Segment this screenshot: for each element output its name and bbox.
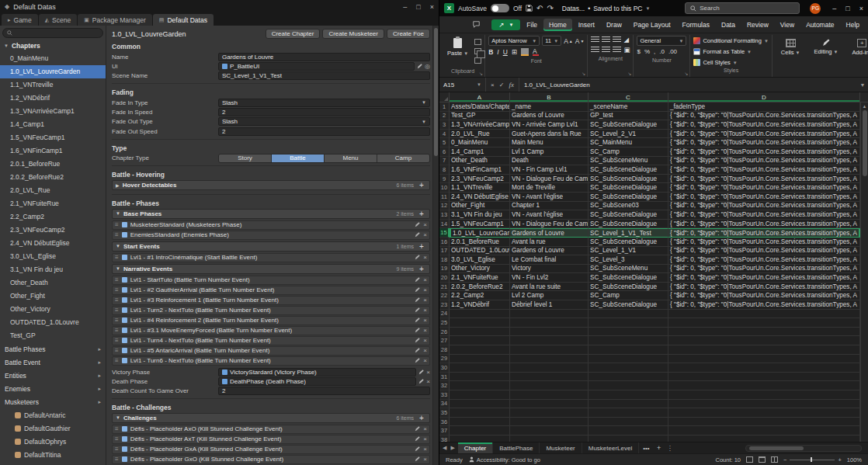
cell[interactable] xyxy=(450,408,510,418)
death-phase-object-field[interactable]: DeathPhase (Death Phase) xyxy=(218,377,416,386)
cell[interactable]: Gardens of Louvre xyxy=(510,112,589,121)
avatar[interactable]: PG xyxy=(810,3,821,14)
cell[interactable]: { "$id": 0, "$type": "0|TousPourUn.Core.… xyxy=(668,112,860,121)
list-item[interactable]: ≡ Lvl1 - #1 IntroCinématique (Start Batt… xyxy=(112,253,430,262)
sidebar-item[interactable]: OUTDATED_1.0Louvre xyxy=(0,316,106,329)
cell[interactable]: SC_SubSceneDialogue xyxy=(589,238,668,247)
cell[interactable]: { "$id": 0, "$type": "0|TousPourUn.Core.… xyxy=(668,265,860,274)
drag-handle-icon[interactable]: ≡ xyxy=(115,327,119,334)
edit-icon[interactable] xyxy=(415,328,420,333)
style-button[interactable]: Format as Table ▼ xyxy=(693,47,768,57)
cell[interactable]: { "$id": 0, "$type": "0|TousPourUn.Core.… xyxy=(668,283,860,292)
group-foldout[interactable]: ▼ Start Events 1 items + xyxy=(112,241,430,252)
cell[interactable]: { "$id": 0, "$type": "0|TousPourUn.Core.… xyxy=(668,300,860,310)
sidebar-item[interactable]: 3.0_LVL_Eglise xyxy=(0,250,106,263)
ribbon-tab[interactable]: Formulas xyxy=(677,19,715,31)
cell[interactable]: SC_SubSceneDialogue xyxy=(589,120,668,130)
cell[interactable]: _sceneName xyxy=(589,102,668,112)
cell[interactable]: 2.4_VN DébutEglise xyxy=(450,193,510,202)
column-header[interactable]: C xyxy=(589,92,668,102)
row-header[interactable]: 19 xyxy=(439,265,450,274)
sidebar-item[interactable]: 2.0.1_BeforeRue xyxy=(0,158,106,171)
remove-icon[interactable]: × xyxy=(423,357,427,364)
sidebar-item[interactable]: 2.2_Camp2 xyxy=(0,210,106,224)
row-header[interactable]: 21 xyxy=(439,283,450,292)
cell[interactable] xyxy=(450,318,510,328)
cell[interactable]: Lvl 1 Camp xyxy=(510,147,589,157)
scene-name-input[interactable]: SC_Level_1_V1_Test xyxy=(218,71,430,80)
add-item-button[interactable]: + xyxy=(417,265,426,273)
cell[interactable]: Mort de Treville xyxy=(510,183,589,193)
name-box[interactable]: A15 ▼ xyxy=(439,78,486,92)
list-item[interactable]: ≡ Défis - Placeholder AxO (Kill Stunned … xyxy=(112,425,430,434)
sheet-tab[interactable]: Musketeer xyxy=(540,442,582,454)
remove-icon[interactable]: × xyxy=(423,254,427,261)
sidebar-section[interactable]: Enemies ▸ xyxy=(0,382,106,395)
save-icon[interactable] xyxy=(526,5,533,12)
edit-icon[interactable] xyxy=(418,370,424,375)
sidebar-section[interactable]: Battle Event ▸ xyxy=(0,356,106,369)
comments-button[interactable] xyxy=(468,19,487,29)
cell[interactable]: { "$id": 0, "$type": "0|TousPourUn.Core.… xyxy=(668,175,860,184)
remove-icon[interactable]: × xyxy=(423,231,427,238)
paste-button[interactable]: Paste▼ xyxy=(444,36,471,57)
sidebar-search[interactable] xyxy=(2,28,103,38)
row-header[interactable]: 32 xyxy=(439,381,450,390)
cell[interactable] xyxy=(510,373,589,382)
edit-icon[interactable] xyxy=(415,232,420,238)
cell[interactable]: SC_SubSceneDialogue xyxy=(589,183,668,193)
ribbon-tab[interactable]: View xyxy=(775,19,800,31)
cell[interactable]: { "$id": 0, "$type": "0|TousPourUn.Core.… xyxy=(668,228,860,238)
row-header[interactable]: 29 xyxy=(439,355,450,364)
cell[interactable]: 3.1_VN Fin du jeu xyxy=(450,210,510,220)
fade-out-speed-input[interactable]: 2 xyxy=(218,127,430,136)
row-header[interactable]: 1 xyxy=(439,102,450,112)
row-header[interactable]: 2 xyxy=(439,112,450,121)
cell[interactable] xyxy=(510,418,589,427)
column-header[interactable]: B xyxy=(510,92,589,102)
edit-icon[interactable] xyxy=(415,446,420,452)
row-header[interactable]: 6 xyxy=(439,147,450,157)
cell[interactable]: 2.1_VNFuiteRue xyxy=(450,273,510,283)
share-button[interactable]: ↗ ▼ xyxy=(491,19,520,30)
zoom-track[interactable] xyxy=(790,460,835,460)
row-header[interactable]: 26 xyxy=(439,328,450,337)
remove-icon[interactable]: × xyxy=(423,276,427,283)
cell[interactable] xyxy=(589,336,668,345)
row-header[interactable]: 5 xyxy=(439,138,450,147)
cell[interactable]: Gardens of Louvre xyxy=(510,247,589,256)
add-item-button[interactable]: + xyxy=(417,242,426,251)
sidebar-item[interactable]: 1.6_VNFinCamp1 xyxy=(0,144,106,158)
cell[interactable] xyxy=(510,400,589,409)
minimize-button[interactable]: – xyxy=(832,5,836,12)
cell[interactable]: 2.0.2_BeforeRue2 xyxy=(450,283,510,292)
fade-in-speed-input[interactable]: 2 xyxy=(218,108,430,116)
list-item[interactable]: ≡ Défis - Placeholder GxA (Kill Stunned … xyxy=(112,445,430,454)
cell[interactable]: VN - Fin Lvl2 xyxy=(510,273,589,283)
drag-handle-icon[interactable]: ≡ xyxy=(115,425,119,432)
remove-icon[interactable]: × xyxy=(423,337,427,344)
cell[interactable]: SC_SubSceneDialogue xyxy=(589,283,668,292)
cell[interactable]: { "$id": 0, "$type": "0|TousPourUn.Core.… xyxy=(668,147,860,157)
row-header[interactable]: 16 xyxy=(439,238,450,247)
cell[interactable]: VN - Avant l'église xyxy=(510,193,589,202)
sidebar-item[interactable]: 0_MainMenu xyxy=(0,52,106,65)
segment-option[interactable]: Battle xyxy=(272,154,325,162)
cell[interactable] xyxy=(668,373,860,382)
add-item-button[interactable]: + xyxy=(417,210,426,218)
cell[interactable]: SC_SubSceneDialogue xyxy=(589,193,668,202)
cell[interactable]: SC_SubScene03 xyxy=(589,202,668,211)
comma-icon[interactable]: , xyxy=(654,48,655,55)
drag-handle-icon[interactable]: ≡ xyxy=(115,347,119,354)
editing-button[interactable]: Editing ▼ xyxy=(809,36,844,55)
cell[interactable]: SC_Camp xyxy=(589,291,668,300)
list-item[interactable]: ≡ Lvl1 - #5 AntaricArrival (Battle Turn … xyxy=(112,346,430,356)
cell[interactable]: _fadeInType xyxy=(668,102,860,112)
cell[interactable]: { "$id": 0, "$type": "0|TousPourUn.Core.… xyxy=(668,138,860,147)
remove-icon[interactable]: × xyxy=(423,297,427,304)
cell[interactable] xyxy=(510,328,589,337)
cell[interactable]: { "$id": 0, "$type": "0|TousPourUn.Core.… xyxy=(668,210,860,220)
align-top-icon[interactable] xyxy=(591,36,599,43)
cell[interactable]: 1.4_Camp1 xyxy=(450,147,510,157)
cell[interactable] xyxy=(589,355,668,364)
